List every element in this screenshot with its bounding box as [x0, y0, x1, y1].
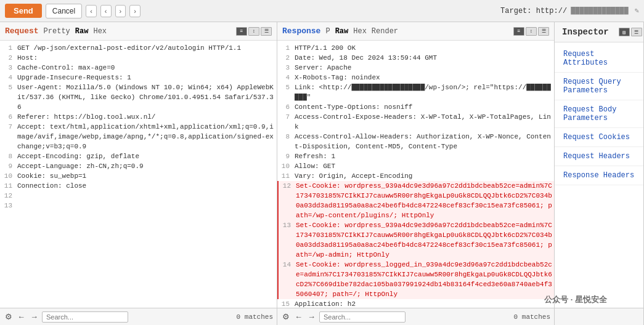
inspector-panel: Inspector ▤ ☰ Request AttributesRequest …	[555, 22, 644, 308]
line-text: Refresh: 1	[295, 151, 554, 161]
nav-prev-button[interactable]: ‹	[86, 5, 97, 17]
line-text: Upgrade-Insecure-Requests: 1	[17, 73, 277, 82]
line-number: 5	[0, 82, 17, 112]
request-panel: Request Pretty Raw Hex ≡ ↕ ☰ 1GET /wp-js…	[0, 22, 277, 308]
line-number: 14	[279, 260, 296, 299]
line-text: Vary: Origin, Accept-Encoding	[295, 171, 554, 181]
table-row: 8Accept-Encoding: gzip, deflate	[0, 151, 277, 161]
line-number: 1	[277, 43, 295, 53]
request-search-settings-icon[interactable]: ⚙	[4, 312, 14, 321]
tab-response-p[interactable]: P	[325, 27, 330, 36]
nav-next-button[interactable]: ›	[115, 5, 126, 17]
response-toggle-options[interactable]: ☰	[538, 27, 549, 36]
target-url: █████████████	[571, 7, 629, 15]
response-toggle-wrap[interactable]: ≡	[513, 27, 524, 36]
line-text: Date: Wed, 18 Dec 2024 13:59:44 GMT	[295, 53, 554, 63]
tab-response-render[interactable]: Render	[372, 27, 398, 36]
line-number: 1	[0, 43, 17, 53]
tab-response-raw[interactable]: Raw	[335, 27, 349, 36]
line-number: 2	[0, 53, 17, 63]
list-item[interactable]: Response Headers	[555, 166, 643, 185]
line-number: 6	[0, 112, 17, 122]
line-number: 8	[0, 151, 17, 161]
response-search-forward-icon[interactable]: →	[306, 312, 317, 321]
line-text: Cookie: su_webp=1	[17, 171, 277, 181]
tab-request-raw[interactable]: Raw	[75, 27, 89, 36]
tab-response-hex[interactable]: Hex	[353, 27, 367, 36]
response-panel-header: Response P Raw Hex Render ≡ ↕ ☰	[277, 22, 554, 41]
line-number: 5	[277, 82, 295, 102]
line-text: Cache-Control: max-age=0	[17, 63, 277, 73]
request-toggle-nowrap[interactable]: ↕	[248, 27, 259, 36]
line-number: 10	[0, 171, 17, 181]
table-row: 15Application: h2	[277, 299, 554, 308]
table-row: 4X-Robots-Tag: noindex	[277, 73, 554, 82]
table-row: 5Link: <http://██████████████████/wp-jso…	[277, 82, 554, 102]
inspector-toggle-list[interactable]: ▤	[619, 28, 630, 36]
inspector-title: Inspector	[562, 27, 609, 37]
table-row: 7Accept: text/html,application/xhtml+xml…	[0, 122, 277, 151]
list-item[interactable]: Request Cookies	[555, 128, 643, 147]
line-number: 11	[277, 171, 295, 181]
line-number: 3	[277, 63, 295, 73]
list-item[interactable]: Request Query Parameters	[555, 73, 643, 100]
table-row: 10Allow: GET	[277, 161, 554, 171]
table-row: 3Cache-Control: max-age=0	[0, 63, 277, 73]
nav-prev-alt-button[interactable]: ‹	[100, 5, 112, 17]
line-text	[17, 201, 277, 211]
line-text: Server: Apache	[295, 63, 554, 73]
request-toggle-options[interactable]: ☰	[261, 27, 272, 36]
line-text: Access-Control-Expose-Headers: X-WP-Tota…	[295, 112, 554, 132]
line-number: 4	[277, 73, 295, 82]
inspector-items: Request AttributesRequest Query Paramete…	[555, 42, 643, 188]
line-text: Set-Cookie: wordpress_939a4dc9e3d96a97c2…	[296, 220, 554, 260]
target-label: Target: http://	[500, 7, 567, 15]
inspector-bottom-bar	[555, 308, 644, 325]
response-panel-title: Response	[282, 26, 320, 36]
inspector-toggle-options[interactable]: ☰	[631, 28, 642, 36]
main-area: Request Pretty Raw Hex ≡ ↕ ☰ 1GET /wp-js…	[0, 22, 644, 308]
response-view-toggles: ≡ ↕ ☰	[513, 27, 549, 36]
line-number: 8	[277, 132, 295, 151]
request-content[interactable]: 1GET /wp-json/external-post-editor/v2/au…	[0, 41, 277, 308]
line-text: Accept-Encoding: gzip, deflate	[17, 151, 277, 161]
table-row: 2Date: Wed, 18 Dec 2024 13:59:44 GMT	[277, 53, 554, 63]
request-search-input[interactable]	[42, 311, 128, 323]
list-item[interactable]: Request Attributes	[555, 45, 643, 73]
response-search-settings-icon[interactable]: ⚙	[281, 312, 291, 321]
request-view-toggles: ≡ ↕ ☰	[236, 27, 272, 36]
line-number: 11	[0, 181, 17, 191]
line-number: 7	[0, 122, 17, 151]
table-row: 1GET /wp-json/external-post-editor/v2/au…	[0, 43, 277, 53]
send-button[interactable]: Send	[5, 4, 42, 18]
list-item[interactable]: Request Headers	[555, 147, 643, 166]
response-content[interactable]: 1HTTP/1.1 200 OK2Date: Wed, 18 Dec 2024 …	[277, 41, 554, 308]
line-number: 9	[277, 151, 295, 161]
response-toggle-nowrap[interactable]: ↕	[526, 27, 537, 36]
line-number: 10	[277, 161, 295, 171]
top-toolbar: Send Cancel ‹ ‹ › › Target: http:// ████…	[0, 0, 644, 22]
line-text: Host:	[17, 53, 277, 63]
table-row: 9Refresh: 1	[277, 151, 554, 161]
request-toggle-wrap[interactable]: ≡	[236, 27, 247, 36]
table-row: 9Accept-Language: zh-CN,zh;q=0.9	[0, 161, 277, 171]
table-row: 3Server: Apache	[277, 63, 554, 73]
list-item[interactable]: Request Body Parameters	[555, 100, 643, 128]
tab-request-hex[interactable]: Hex	[93, 27, 107, 36]
table-row: 7Access-Control-Expose-Headers: X-WP-Tot…	[277, 112, 554, 132]
request-search-forward-icon[interactable]: →	[29, 312, 39, 321]
table-row: 8Access-Control-Allow-Headers: Authoriza…	[277, 132, 554, 151]
edit-icon[interactable]: ✎	[635, 6, 639, 15]
cancel-button[interactable]: Cancel	[46, 4, 82, 18]
line-number: 13	[0, 201, 17, 211]
response-match-count: 0 matches	[514, 313, 550, 321]
inspector-header: Inspector ▤ ☰	[555, 22, 643, 42]
response-search-back-icon[interactable]: ←	[293, 312, 304, 321]
request-search-back-icon[interactable]: ←	[16, 312, 26, 321]
nav-next-alt-button[interactable]: ›	[129, 5, 141, 17]
table-row: 13	[0, 201, 277, 211]
line-text: Referer: https://blog.tool.wux.nl/	[17, 112, 277, 122]
table-row: 4Upgrade-Insecure-Requests: 1	[0, 73, 277, 82]
tab-request-pretty[interactable]: Pretty	[44, 27, 70, 36]
response-search-input[interactable]	[319, 311, 406, 323]
